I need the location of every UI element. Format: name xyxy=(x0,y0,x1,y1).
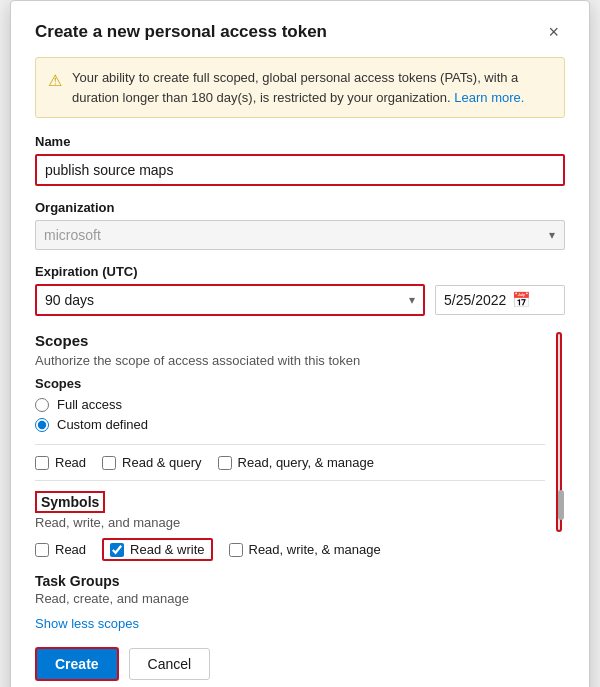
full-access-radio[interactable] xyxy=(35,398,49,412)
button-row: Create Cancel xyxy=(35,647,545,681)
date-value: 5/25/2022 xyxy=(444,292,506,308)
symbols-title: Symbols xyxy=(35,491,105,513)
scopes-subtitle: Authorize the scope of access associated… xyxy=(35,353,545,368)
expiration-row: 90 days ▾ 5/25/2022 📅 xyxy=(35,284,565,316)
main-content: Scopes Authorize the scope of access ass… xyxy=(35,332,545,681)
symbols-desc: Read, write, and manage xyxy=(35,515,545,530)
symbols-title-wrapper: Symbols xyxy=(35,491,545,515)
custom-defined-radio[interactable] xyxy=(35,418,49,432)
scopes-title: Scopes xyxy=(35,332,545,349)
read-query-manage-checkbox[interactable] xyxy=(218,456,232,470)
organization-label: Organization xyxy=(35,200,565,215)
dialog-title: Create a new personal access token xyxy=(35,22,327,42)
expiration-select-wrapper: 90 days ▾ xyxy=(35,284,425,316)
learn-more-link[interactable]: Learn more. xyxy=(454,90,524,105)
read-label: Read xyxy=(55,455,86,470)
symbols-read-option[interactable]: Read xyxy=(35,542,86,557)
full-access-option[interactable]: Full access xyxy=(35,397,545,412)
read-option[interactable]: Read xyxy=(35,455,86,470)
name-input[interactable] xyxy=(35,154,565,186)
symbols-read-write-manage-checkbox[interactable] xyxy=(229,543,243,557)
read-query-label: Read & query xyxy=(122,455,202,470)
read-checkbox[interactable] xyxy=(35,456,49,470)
read-query-option[interactable]: Read & query xyxy=(102,455,202,470)
create-button[interactable]: Create xyxy=(35,647,119,681)
date-input-wrapper[interactable]: 5/25/2022 📅 xyxy=(435,285,565,315)
content-area: Scopes Authorize the scope of access ass… xyxy=(35,332,565,681)
scopes-label: Scopes xyxy=(35,376,545,391)
divider-1 xyxy=(35,444,545,445)
task-groups-title: Task Groups xyxy=(35,573,545,589)
organization-select-wrapper: microsoft ▾ xyxy=(35,220,565,250)
scopes-radio-group: Full access Custom defined xyxy=(35,397,545,432)
symbols-read-write-checkbox[interactable] xyxy=(110,543,124,557)
symbols-read-write-manage-option[interactable]: Read, write, & manage xyxy=(229,542,381,557)
close-button[interactable]: × xyxy=(542,21,565,43)
expiration-label: Expiration (UTC) xyxy=(35,264,565,279)
read-query-checkbox[interactable] xyxy=(102,456,116,470)
symbols-read-write-manage-label: Read, write, & manage xyxy=(249,542,381,557)
organization-select[interactable]: microsoft xyxy=(35,220,565,250)
task-groups-desc: Read, create, and manage xyxy=(35,591,545,606)
name-label: Name xyxy=(35,134,565,149)
custom-defined-option[interactable]: Custom defined xyxy=(35,417,545,432)
read-query-manage-option[interactable]: Read, query, & manage xyxy=(218,455,374,470)
custom-defined-label: Custom defined xyxy=(57,417,148,432)
task-groups-section: Task Groups Read, create, and manage xyxy=(35,573,545,606)
symbols-read-checkbox[interactable] xyxy=(35,543,49,557)
warning-banner: ⚠ Your ability to create full scoped, gl… xyxy=(35,57,565,118)
cancel-button[interactable]: Cancel xyxy=(129,648,211,680)
divider-2 xyxy=(35,480,545,481)
dialog-header: Create a new personal access token × xyxy=(35,21,565,43)
expiration-select[interactable]: 90 days xyxy=(35,284,425,316)
symbols-checkboxes: Read Read & write Read, write, & manage xyxy=(35,538,545,561)
scrollbar-thumb[interactable] xyxy=(558,490,564,520)
calendar-icon: 📅 xyxy=(512,291,531,309)
symbols-read-write-option[interactable]: Read & write xyxy=(102,538,212,561)
show-less-link[interactable]: Show less scopes xyxy=(35,616,545,631)
read-query-manage-label: Read, query, & manage xyxy=(238,455,374,470)
symbols-read-label: Read xyxy=(55,542,86,557)
symbols-read-write-label: Read & write xyxy=(130,542,204,557)
symbols-section: Symbols Read, write, and manage Read Rea… xyxy=(35,491,545,561)
full-access-label: Full access xyxy=(57,397,122,412)
scrollbar-track[interactable] xyxy=(556,332,562,532)
scrollbar[interactable] xyxy=(553,332,565,681)
warning-text: Your ability to create full scoped, glob… xyxy=(72,68,552,107)
dialog: Create a new personal access token × ⚠ Y… xyxy=(10,0,590,687)
scope-checkboxes: Read Read & query Read, query, & manage xyxy=(35,455,545,470)
warning-icon: ⚠ xyxy=(48,69,62,93)
